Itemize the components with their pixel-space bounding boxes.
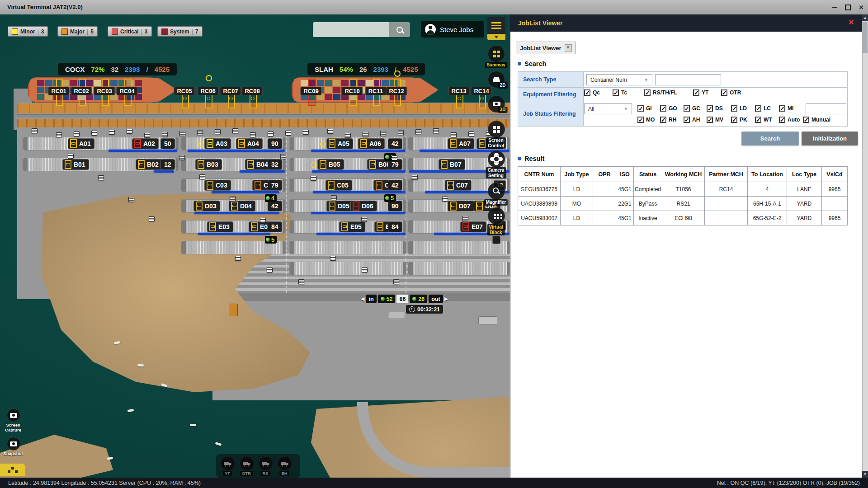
checkbox-qc[interactable]: ✓Qc [584,89,600,96]
menu-expand-button[interactable] [487,34,505,40]
initialization-button[interactable]: Initialization [802,131,858,145]
block-C05[interactable]: C05 [326,180,352,191]
scrollbar-thumb[interactable] [863,22,868,53]
alert-chip-minor[interactable]: Minor|3 [8,26,48,37]
tool-magnifier[interactable] [488,183,505,200]
block-A02[interactable]: A02 [132,138,159,149]
column-header-opr: OPR [593,167,616,182]
tool-summay[interactable] [488,45,505,62]
block-D06[interactable]: D06 [350,201,377,211]
block-C07[interactable]: C07 [445,180,472,191]
checkbox-gc[interactable]: ✓GC [684,105,700,112]
checkbox-mi[interactable]: ✓MI [779,105,793,112]
menu-button[interactable] [487,17,505,34]
block-E07[interactable]: E07 [460,221,486,232]
user-menu[interactable]: Steve Jobs [421,21,484,38]
block-A06[interactable]: A06 [358,138,385,149]
maximize-button[interactable] [842,3,854,12]
block-C03[interactable]: C03 [204,180,231,191]
layout-corner-tab[interactable] [0,464,25,476]
table-row[interactable]: UACU5983007LD45G1InactiveECH9865G-52-E-2… [518,211,848,225]
block-E03[interactable]: E03 [207,221,233,232]
truck-marker [311,176,316,181]
tool-snapshot[interactable] [7,437,20,450]
block-D05[interactable]: D05 [326,201,353,211]
checkbox-rh[interactable]: ✓RH [660,117,676,123]
table-row[interactable]: SEGU5836775LD45G1CompletedT1056RC144LANE… [518,182,848,197]
column-header-to-location: To Location [748,167,787,182]
job-status-dropdown[interactable]: All ▼ [584,103,632,114]
block-E05[interactable]: E05 [339,221,365,232]
checkbox-label: LC [764,105,771,112]
alert-count: 3 [145,28,148,35]
checkbox-yt[interactable]: ✓YT [693,89,708,96]
checkbox-ld[interactable]: ✓LD [731,105,747,112]
tool-screen-control[interactable] [488,121,505,138]
block-B05[interactable]: B05 [317,159,344,170]
application-window: Minor|3Major|5Critical|3System|7COCX72%3… [0,0,868,488]
alert-chip-critical[interactable]: Critical|3 [108,26,152,37]
checkbox-pk[interactable]: ✓PK [731,117,747,123]
scroll-down-icon[interactable]: ▼ [862,471,868,478]
panel-close-icon[interactable]: ✕ [848,18,854,27]
checkbox-mv[interactable]: ✓MV [707,117,723,123]
search-submit-button[interactable]: Search [741,131,799,145]
search-button[interactable] [389,22,410,37]
search-input[interactable] [313,22,389,37]
checkbox-munual[interactable]: ✓Munual [803,117,830,123]
checkbox-label: Qc [593,89,600,96]
block-D04[interactable]: D04 [229,201,255,211]
checkbox-label: PK [740,117,747,123]
berth-stats-slah: SLAH54%262393/4525 [307,63,425,75]
alert-count: 5 [90,28,94,35]
checkbox-lc[interactable]: ✓LC [755,105,771,112]
crane-icon [138,160,145,169]
minimize-button[interactable] [828,3,840,12]
checkbox-otr[interactable]: ✓OTR [721,89,741,96]
block-A05[interactable]: A05 [326,138,353,149]
panel-scrollbar[interactable] [862,14,868,478]
block-A01[interactable]: A01 [68,138,94,149]
job-status-extra-input[interactable] [806,103,846,114]
checkbox-icon: ✓ [584,89,590,96]
grid-yellow-icon [493,51,496,53]
checkbox-tc[interactable]: ✓Tc [613,89,627,96]
checkbox-ah[interactable]: ✓AH [684,117,700,123]
close-button[interactable]: ✕ [855,3,867,12]
block-A07[interactable]: A07 [448,138,474,149]
mini-tool-icon[interactable] [492,236,500,244]
tool-screen-capture[interactable] [7,408,20,422]
checkbox-go[interactable]: ✓GO [660,105,677,112]
alert-chip-major[interactable]: Major|5 [57,26,98,37]
block-D03[interactable]: D03 [193,201,220,211]
tab-joblist-viewer[interactable]: JobList Viewer ✕ [516,42,576,54]
berth-crane-count: 26 [359,66,367,73]
block-D07[interactable]: D07 [448,201,474,211]
block-B07[interactable]: B07 [439,159,465,170]
checkbox-wt[interactable]: ✓WT [755,117,772,123]
checkbox-gi[interactable]: ✓GI [637,105,652,112]
table-row[interactable]: UACU3889898MO22G1ByPassRS2165H-15-A-1YAR… [518,197,848,211]
column-header-job-type: Job Type [561,167,593,182]
checkbox-auto[interactable]: ✓Auto [779,117,800,123]
checkbox-mo[interactable]: ✓MO [637,117,655,123]
search-term-input[interactable] [655,74,721,85]
search-type-dropdown[interactable]: Container Num ▼ [586,74,652,85]
tool-virtual-block[interactable] [488,207,505,225]
block-A03[interactable]: A03 [204,138,231,149]
block-B03[interactable]: B03 [195,159,222,170]
column-header-vslcd: VslCd [822,167,848,182]
checkbox-rs-th-fl[interactable]: ✓RS/TH/FL [644,89,677,96]
table-cell [593,211,616,225]
block-B01[interactable]: B01 [62,159,89,170]
scroll-up-icon[interactable]: ▲ [862,14,868,21]
checkbox-ds[interactable]: ✓DS [707,105,723,112]
block-A04[interactable]: A04 [236,138,263,149]
tab-close-icon[interactable]: ✕ [565,44,572,52]
block-count-chip: 79 [268,180,282,191]
block-B02[interactable]: B02 [136,159,162,170]
tool-camera-setting[interactable] [488,150,505,168]
table-cell: 65H-15-A-1 [748,197,787,211]
truck-marker [56,132,62,137]
alert-chip-system[interactable]: System|7 [157,26,203,37]
